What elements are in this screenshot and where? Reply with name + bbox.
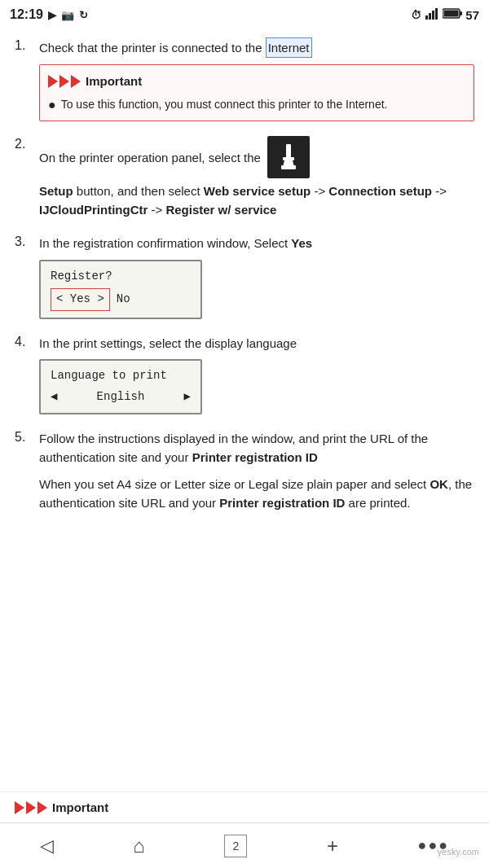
lcd-no: No	[117, 291, 130, 309]
time-display: 12:19	[10, 7, 43, 22]
step-5-para2: When you set A4 size or Letter size or L…	[39, 475, 474, 513]
step-2-text-before: On the printer operation panel, select t…	[39, 151, 264, 164]
step-5: 5. Follow the instructions displayed in …	[15, 429, 474, 513]
step-2-number: 2.	[15, 136, 39, 151]
svg-rect-0	[425, 15, 428, 20]
step-3: 3. In the registration confirmation wind…	[15, 234, 474, 319]
svg-rect-5	[460, 11, 462, 15]
step-3-number: 3.	[15, 234, 39, 249]
setup-icon-inline	[264, 151, 310, 164]
play-icon: ▶	[48, 9, 56, 21]
important-text-1: To use this function, you must connect t…	[61, 96, 388, 113]
step-3-lcd: Register? < Yes > No	[39, 260, 202, 319]
status-right: ⏱ 57	[411, 8, 479, 22]
lcd-left-arrow: ◀	[51, 388, 57, 406]
svg-rect-1	[429, 13, 431, 20]
step-4-lcd: Language to print ◀ English ▶	[39, 359, 202, 414]
step-1-content: Check that the printer is connected to t…	[39, 37, 474, 121]
watermark-text: yesky.com	[438, 847, 479, 857]
step-4-text: In the print settings, select the displa…	[39, 336, 297, 350]
step-2-text-after: Setup button, and then select Web servic…	[39, 184, 447, 217]
step-1-number: 1.	[15, 37, 39, 53]
alarm-icon: ⏱	[411, 9, 421, 21]
back-button[interactable]: ◁	[40, 835, 54, 857]
plus-icon: +	[327, 835, 338, 857]
svg-rect-10	[281, 165, 296, 169]
step-2-content: On the printer operation panel, select t…	[39, 136, 474, 220]
bottom-important-arrows	[15, 801, 47, 814]
status-left: 12:19 ▶ 📷 ↻	[10, 7, 88, 22]
page-number-button[interactable]: 2	[224, 835, 247, 857]
lcd-yes-selected: < Yes >	[51, 288, 110, 311]
step-1-text: Check that the printer is connected to t…	[39, 41, 312, 55]
step-2: 2. On the printer operation panel, selec…	[15, 136, 474, 220]
step-4-number: 4.	[15, 334, 39, 349]
battery-icon	[443, 8, 462, 21]
main-content: 1. Check that the printer is connected t…	[0, 29, 489, 791]
arrow-3	[71, 75, 81, 88]
bullet-1: ●	[48, 96, 56, 114]
bottom-important-section: Important	[0, 791, 489, 822]
arrow-2	[59, 75, 69, 88]
step-4-content: In the print settings, select the displa…	[39, 334, 474, 414]
bottom-navigation: ◁ ⌂ 2 + ●●● yesky.com	[0, 822, 489, 868]
svg-rect-8	[283, 157, 294, 160]
important-title-1: Important	[86, 72, 142, 90]
bottom-arrow-3	[37, 801, 47, 814]
important-header-1: Important	[48, 72, 465, 90]
back-icon: ◁	[40, 835, 54, 857]
lcd-language-line1: Language to print	[51, 367, 191, 385]
step-5-number: 5.	[15, 429, 39, 445]
step-5-para1: Follow the instructions displayed in the…	[39, 429, 474, 467]
lcd-row-2: < Yes > No	[51, 288, 191, 311]
home-button[interactable]: ⌂	[133, 835, 145, 857]
lcd-language-value: English	[60, 388, 180, 406]
refresh-icon: ↻	[79, 9, 88, 21]
add-button[interactable]: +	[327, 835, 338, 857]
step-3-text: In the registration confirmation window,…	[39, 236, 312, 250]
step-1: 1. Check that the printer is connected t…	[15, 37, 474, 121]
home-icon: ⌂	[133, 835, 145, 857]
battery-percent: 57	[465, 8, 479, 22]
lcd-line1: Register?	[51, 268, 191, 286]
arrow-1	[48, 75, 58, 88]
svg-rect-2	[432, 11, 434, 20]
svg-rect-6	[444, 11, 459, 17]
important-content-1: ● To use this function, you must connect…	[48, 96, 465, 114]
important-box-1: Important ● To use this function, you mu…	[39, 64, 474, 121]
status-bar: 12:19 ▶ 📷 ↻ ⏱ 57	[0, 0, 489, 29]
bottom-arrow-2	[26, 801, 36, 814]
step-4: 4. In the print settings, select the dis…	[15, 334, 474, 414]
bottom-arrow-1	[15, 801, 24, 814]
image-icon: 📷	[61, 9, 74, 21]
bottom-important-title: Important	[52, 800, 108, 814]
step-3-content: In the registration confirmation window,…	[39, 234, 474, 319]
setup-wrench-icon	[267, 136, 310, 178]
svg-rect-3	[435, 8, 438, 20]
signal-bars-icon	[425, 8, 439, 22]
lcd-right-arrow: ▶	[184, 388, 191, 406]
important-arrows-1	[48, 75, 81, 88]
lcd-language-line2: ◀ English ▶	[51, 388, 191, 406]
step-5-content: Follow the instructions displayed in the…	[39, 429, 474, 513]
page-number: 2	[233, 840, 240, 853]
